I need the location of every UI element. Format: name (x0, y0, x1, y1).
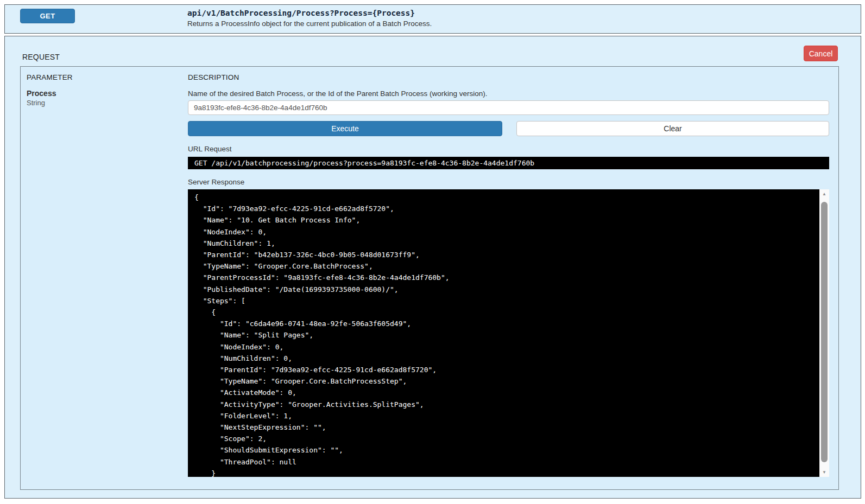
description-column: DESCRIPTION Name of the desired Batch Pr… (188, 73, 838, 489)
clear-button[interactable]: Clear (516, 121, 829, 136)
operation-header[interactable]: GET api/v1/BatchProcessing/Process?Proce… (4, 4, 861, 34)
server-response-label: Server Response (188, 178, 829, 187)
description-column-header: DESCRIPTION (188, 73, 829, 81)
operation-title: api/v1/BatchProcessing/Process?Process={… (187, 9, 432, 28)
request-section-label: REQUEST (22, 53, 861, 61)
execute-button[interactable]: Execute (188, 121, 502, 136)
url-request-value: GET /api/v1/batchprocessing/process?proc… (188, 157, 829, 169)
parameter-description: Name of the desired Batch Process, or th… (188, 89, 829, 98)
server-response-console: { "Id": "7d93ea92-efcc-4225-91cd-e662ad8… (188, 189, 829, 477)
scrollbar-thumb[interactable] (821, 202, 828, 462)
parameter-column-header: PARAMETER (27, 73, 188, 81)
request-section: Cancel REQUEST PARAMETER Process String … (4, 36, 861, 499)
operation-path: api/v1/BatchProcessing/Process?Process={… (187, 9, 432, 17)
cancel-button[interactable]: Cancel (804, 46, 838, 61)
response-scrollbar[interactable]: ▲ ▼ (819, 189, 829, 477)
scrollbar-down-icon[interactable]: ▼ (819, 468, 829, 477)
http-method-badge[interactable]: GET (20, 9, 75, 23)
parameter-panel: PARAMETER Process String DESCRIPTION Nam… (20, 66, 839, 490)
parameter-type: String (27, 98, 188, 107)
url-request-label: URL Request (188, 145, 829, 154)
scrollbar-up-icon[interactable]: ▲ (819, 189, 829, 199)
operation-summary: Returns a ProcessInfo object for the cur… (187, 20, 432, 28)
parameter-column: PARAMETER Process String (21, 73, 188, 489)
process-parameter-input[interactable] (188, 100, 829, 115)
server-response-json: { "Id": "7d93ea92-efcc-4225-91cd-e662ad8… (188, 189, 819, 477)
action-button-row: Execute Clear (188, 121, 829, 136)
parameter-name: Process (27, 89, 188, 98)
